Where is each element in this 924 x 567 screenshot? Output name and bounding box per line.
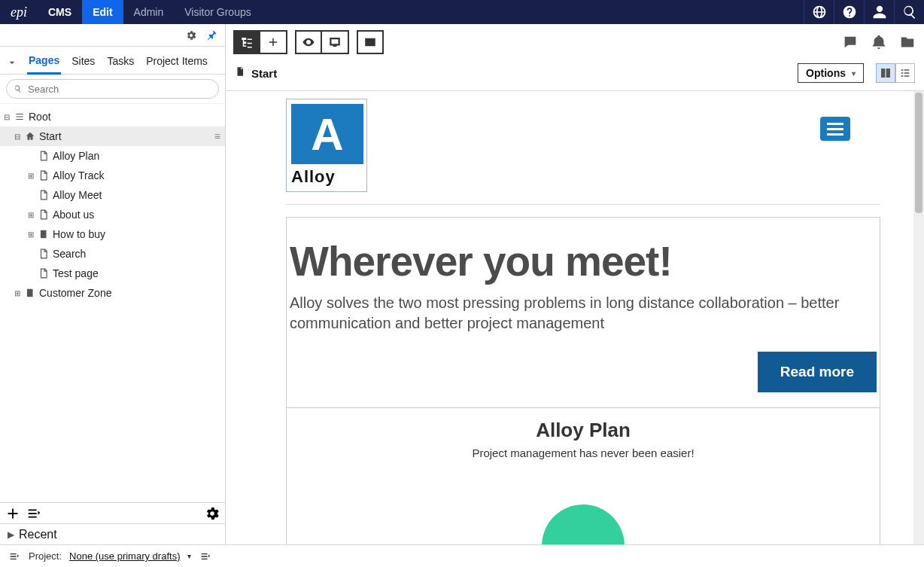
view-as-button[interactable] — [322, 30, 349, 54]
page-icon — [38, 189, 50, 201]
tree-toggle-icon[interactable]: ⊞ — [26, 172, 36, 180]
page-icon — [38, 248, 50, 260]
assets-panel-icon[interactable] — [898, 33, 916, 51]
project-selector[interactable]: None (use primary drafts) — [69, 550, 180, 562]
logo-text: Alloy — [291, 167, 362, 187]
hero-body: Alloy solves the two most pressing probl… — [287, 285, 880, 352]
on-page-edit-toggle[interactable] — [876, 63, 895, 83]
tab-project-items[interactable]: Project Items — [144, 52, 209, 73]
sidebar: Pages Sites Tasks Project Items ⊟Root⊟St… — [0, 24, 226, 544]
search-icon[interactable] — [894, 0, 924, 24]
help-icon[interactable] — [834, 0, 864, 24]
page-icon — [38, 209, 50, 221]
tree-row-label: Alloy Meet — [53, 189, 102, 201]
gear-icon[interactable] — [204, 505, 220, 522]
tree-row[interactable]: Alloy Meet — [0, 185, 225, 205]
hero-block[interactable]: Wherever you meet! Alloy solves the two … — [286, 217, 880, 544]
user-icon[interactable] — [864, 0, 894, 24]
site-logo[interactable]: A Alloy — [286, 99, 367, 192]
globe-icon[interactable] — [804, 0, 834, 24]
page-icon — [38, 267, 50, 279]
tree-row[interactable]: ⊟Root — [0, 107, 225, 127]
nav-cms[interactable]: CMS — [38, 0, 82, 24]
sidebar-tabs: Pages Sites Tasks Project Items — [0, 47, 225, 75]
preview-button[interactable] — [295, 30, 322, 54]
tree-row-label: Search — [53, 248, 86, 260]
read-more-button[interactable]: Read more — [758, 352, 877, 392]
chevron-down-icon: ▾ — [852, 69, 856, 78]
search-box[interactable] — [6, 79, 219, 99]
scrollbar-track[interactable] — [913, 91, 924, 544]
sub-body: Project management has never been easier… — [287, 447, 880, 459]
page-icon — [38, 150, 50, 162]
comments-icon[interactable] — [841, 33, 859, 51]
tree-row[interactable]: ⊞About us — [0, 205, 225, 224]
project-label: Project: — [29, 550, 62, 562]
top-nav: epi CMS Edit Admin Visitor Groups — [0, 0, 924, 24]
notifications-icon[interactable] — [870, 33, 888, 51]
project-settings-icon[interactable] — [8, 550, 21, 563]
pin-icon[interactable] — [204, 27, 220, 44]
search-icon — [13, 84, 23, 94]
page-title: Start — [251, 67, 277, 80]
gear-icon[interactable] — [183, 27, 199, 44]
main-area: Start Options ▾ A Alloy — [226, 24, 924, 544]
book-icon — [24, 287, 36, 299]
preview-pane: A Alloy Wherever you meet! Alloy solves … — [226, 91, 924, 544]
tree-row-label: Alloy Track — [53, 169, 104, 181]
project-bar: Project: None (use primary drafts) ▾ — [0, 544, 924, 567]
tree-toggle-icon[interactable]: ⊟ — [12, 133, 23, 141]
chevron-right-icon: ▶ — [8, 529, 14, 540]
tree-row-label: Root — [29, 111, 51, 123]
hero-heading: Wherever you meet! — [287, 237, 880, 285]
recent-label: Recent — [19, 528, 57, 541]
search-input[interactable] — [28, 84, 212, 95]
tree-row[interactable]: ⊞Customer Zone — [0, 283, 225, 303]
tree-row-label: Alloy Plan — [53, 150, 99, 162]
chevron-down-icon: ▾ — [187, 552, 191, 560]
nav-admin[interactable]: Admin — [123, 0, 175, 24]
add-icon[interactable] — [5, 505, 21, 522]
list-icon — [14, 111, 26, 123]
options-button[interactable]: Options ▾ — [798, 63, 864, 83]
nav-edit[interactable]: Edit — [82, 0, 123, 24]
page-tree: ⊟Root⊟Start≡Alloy Plan⊞Alloy TrackAlloy … — [0, 104, 225, 502]
tree-row[interactable]: Test page — [0, 264, 225, 283]
tree-row[interactable]: ⊟Start≡ — [0, 127, 225, 146]
recent-panel-toggle[interactable]: ▶ Recent — [0, 523, 225, 544]
tab-pages[interactable]: Pages — [27, 51, 61, 75]
tree-row-label: Test page — [53, 267, 99, 279]
tree-toggle-icon[interactable]: ⊞ — [12, 289, 23, 297]
chevron-down-icon[interactable] — [6, 56, 18, 69]
add-content-button[interactable] — [260, 30, 287, 54]
add-block-button[interactable] — [357, 30, 384, 54]
tree-toggle-button[interactable] — [233, 30, 260, 54]
project-menu-icon[interactable] — [199, 550, 212, 563]
options-button-label: Options — [806, 67, 846, 79]
menu-list-icon[interactable] — [26, 505, 42, 522]
tab-sites[interactable]: Sites — [70, 52, 96, 73]
brand-logo: epi — [0, 0, 38, 24]
all-properties-toggle[interactable] — [895, 63, 915, 83]
scrollbar-thumb[interactable] — [915, 93, 922, 213]
main-toolbar — [226, 24, 924, 60]
page-icon — [235, 66, 245, 80]
tree-toggle-icon[interactable]: ⊞ — [26, 230, 36, 239]
tree-row[interactable]: ⊞How to buy — [0, 224, 225, 244]
tree-row[interactable]: Search — [0, 244, 225, 264]
tree-row[interactable]: ⊞Alloy Track — [0, 166, 225, 185]
tree-row-label: Customer Zone — [39, 287, 111, 299]
tree-row-label: About us — [53, 209, 94, 221]
tree-row[interactable]: Alloy Plan — [0, 146, 225, 166]
nav-visitor-groups[interactable]: Visitor Groups — [174, 0, 261, 24]
feature-dot — [542, 505, 625, 544]
tree-row-label: How to buy — [53, 228, 105, 240]
book-icon — [38, 228, 50, 240]
sub-block[interactable]: Alloy Plan Project management has never … — [287, 407, 880, 544]
tree-toggle-icon[interactable]: ⊞ — [26, 211, 36, 219]
sub-heading: Alloy Plan — [287, 419, 880, 442]
tree-toggle-icon[interactable]: ⊟ — [2, 113, 12, 121]
row-menu-icon[interactable]: ≡ — [214, 130, 220, 142]
hamburger-icon[interactable] — [820, 117, 850, 141]
tab-tasks[interactable]: Tasks — [105, 52, 135, 73]
